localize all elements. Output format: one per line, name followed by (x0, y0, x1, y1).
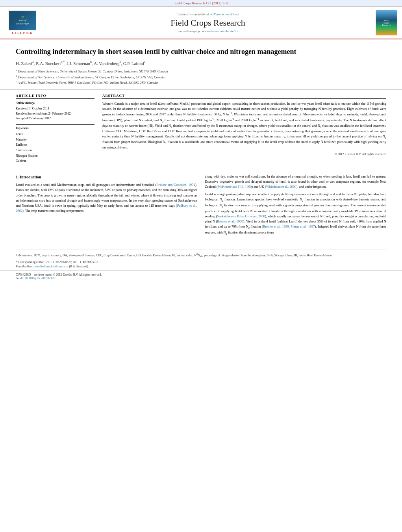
received-date: Received 14 October 2011 (16, 106, 94, 111)
journal-center: Contents lists available at SciVerse Sci… (44, 13, 372, 33)
ref-mckenzie-1990[interactable]: McKenzie and Hill, 1990 (218, 185, 252, 189)
article-history-label: Article history: (16, 101, 94, 105)
intro-para-2: along with dry, moist or wet soil condit… (205, 174, 387, 190)
abbreviations-footnote: Abbreviations: DTM, days to maturity; DW… (16, 252, 386, 258)
elsevier-brand-text: ELSEVIER (12, 31, 33, 35)
abstract-text: Western Canada is a major area of lentil… (102, 101, 386, 150)
ref-bremer-1989[interactable]: Bremer et al., 1989; Matus et al., 1997 (263, 224, 315, 228)
email-link[interactable]: rosalind.bueckert@usask.ca (35, 265, 69, 268)
intro-para-1: Lentil evolved as a semi-arid Mediterran… (16, 182, 197, 213)
keywords-list: Lentil Maturity Earliness Short season N… (16, 132, 94, 164)
journal-reference-bar: Field Crops Research 131 (2012) 1–8 (0, 0, 402, 7)
abstract-heading: ABSTRACT (102, 94, 386, 99)
affiliations: a Department of Plant Sciences, Universi… (16, 68, 386, 85)
body-col-left: 1. Introduction Lentil evolved as a semi… (16, 174, 197, 238)
abstract-panel: ABSTRACT Western Canada is a major area … (102, 94, 386, 164)
email-footnote: E-mail address: rosalind.bueckert@usask.… (16, 264, 386, 269)
sciverse-link[interactable]: SciVerse ScienceDirect (210, 13, 239, 16)
ref-bremer-1988[interactable]: Bremer et al., 1988 (217, 219, 243, 223)
footnote-divider (16, 250, 386, 250)
bottom-footer: 0378-4290/$ – see front matter © 2012 El… (0, 270, 402, 282)
journal-homepage: journal homepage: www.elsevier.com/locat… (44, 30, 372, 33)
body-col-right: along with dry, moist or wet soil condit… (205, 174, 387, 238)
revised-date: Received in revised form 24 February 201… (16, 111, 94, 117)
elsevier-logo-section: 🌿Tree ofKnowledge ELSEVIER (5, 11, 40, 35)
keyword-4: Short season (16, 148, 94, 153)
ref-padbury-2002[interactable]: Padbury et al., 2002 (16, 204, 197, 213)
affiliation-b: b Department of Soil Science, University… (16, 74, 386, 80)
article-dates: Received 14 October 2011 Received in rev… (16, 106, 94, 121)
elsevier-logo-image: 🌿Tree ofKnowledge (9, 11, 36, 30)
authors-line: H. Zakeria, R.A. Bueckerta,*, J.J. Schoe… (16, 60, 386, 66)
keyword-2: Maturity (16, 137, 94, 143)
doi-link[interactable]: doi:10.1016/j.fcr.2012.02.027 (20, 276, 56, 280)
keyword-3: Earliness (16, 142, 94, 148)
ref-whitehead-2000[interactable]: Whitehead et al., 2000 (266, 185, 296, 189)
accepted-date: Accepted 25 February 2012 (16, 116, 94, 121)
section-1-title: Introduction (20, 175, 41, 179)
journal-header: 🌿Tree ofKnowledge ELSEVIER Contents list… (0, 7, 402, 39)
article-main-title: Controlling indeterminacy in short seaso… (16, 47, 386, 56)
journal-thumbnail: FieldCropsResearch (376, 10, 397, 35)
abstract-copyright: © 2012 Elsevier B.V. All rights reserved… (102, 152, 386, 156)
homepage-link[interactable]: www.elsevier.com/locate/fcr (202, 30, 238, 33)
keyword-5: Nitrogen fixation (16, 153, 94, 159)
intro-para-3: Lentil is a high protein pulse crop, and… (205, 192, 387, 235)
ref-erskine-1991[interactable]: Erskine and Goodrich, 1991 (156, 183, 195, 187)
section-1-heading: 1. Introduction (16, 174, 197, 180)
keyword-6: Cultivar (16, 158, 94, 164)
body-section: 1. Introduction Lentil evolved as a semi… (0, 168, 402, 244)
ref-sask-pulse-2000[interactable]: Saskatchewan Pulse Growers, 2000 (217, 214, 265, 218)
keywords-section: Keywords: Lentil Maturity Earliness Shor… (16, 126, 94, 164)
affiliation-c: c AAFC, Indian Head Research Farm, RR# 1… (16, 80, 386, 85)
journal-thumb-image: FieldCropsResearch (376, 10, 397, 35)
affiliation-a: a Department of Plant Sciences, Universi… (16, 68, 386, 74)
section-1-number: 1. (16, 175, 19, 179)
corresponding-author-footnote: * Corresponding author. Tel.: +1 306 966… (16, 260, 386, 264)
article-title-section: Controlling indeterminacy in short seaso… (0, 39, 402, 90)
footnotes-section: Abbreviations: DTM, days to maturity; DW… (0, 244, 402, 270)
doi-line: doi:doi:10.1016/j.fcr.2012.02.027 (16, 276, 386, 280)
journal-reference-text: Field Crops Research 131 (2012) 1–8 (174, 1, 228, 5)
sciverse-line: Contents lists available at SciVerse Sci… (44, 13, 372, 16)
keyword-1: Lentil (16, 132, 94, 137)
keywords-label: Keywords: (16, 126, 94, 130)
article-info-heading: ARTICLE INFO (16, 94, 94, 99)
article-info-panel: ARTICLE INFO Article history: Received 1… (16, 94, 94, 164)
journal-title: Field Crops Research (44, 18, 372, 28)
star-symbol: * Corresponding author. Tel.: +1 306 966… (16, 260, 99, 264)
article-info-abstract-section: ARTICLE INFO Article history: Received 1… (0, 90, 402, 168)
issn-line: 0378-4290/$ – see front matter © 2012 El… (16, 273, 386, 276)
info-divider (16, 124, 94, 125)
